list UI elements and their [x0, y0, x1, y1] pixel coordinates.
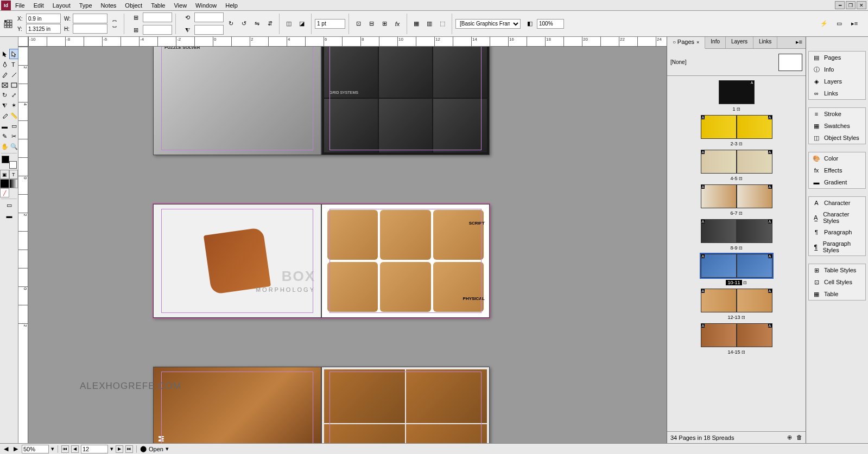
maximize-button[interactable]: ❐: [846, 1, 856, 9]
reference-point-icon[interactable]: [2, 18, 14, 30]
page-thumbnails[interactable]: A1 ⊡AA2-3 ⊡AA4-5 ⊡AA6-7 ⊡AA8-9 ⊡AA10-11 …: [667, 76, 806, 431]
gradient-tool[interactable]: ▬: [0, 121, 9, 131]
panel-paragraph[interactable]: ¶Paragraph: [809, 226, 865, 238]
menu-help[interactable]: Help: [221, 1, 242, 10]
rotate-input[interactable]: [194, 12, 224, 22]
gradient-feather-tool[interactable]: ▭: [9, 121, 18, 131]
flip-h-icon[interactable]: ⇋: [251, 18, 263, 30]
shear-input[interactable]: [194, 25, 224, 35]
fit-frame-icon[interactable]: ⊟: [365, 18, 377, 30]
page-dropdown-icon[interactable]: ▾: [110, 445, 113, 452]
page-thumb-2-3[interactable]: AA2-3 ⊡: [700, 114, 774, 146]
pen-tool[interactable]: [0, 59, 9, 69]
prev-page-button[interactable]: ◀: [71, 445, 79, 453]
page-thumb-1[interactable]: A1 ⊡: [718, 79, 756, 112]
menu-notes[interactable]: Notes: [97, 1, 121, 10]
panel-cell-styles[interactable]: ⊡Cell Styles: [809, 276, 865, 288]
apply-gradient-button[interactable]: [9, 179, 18, 188]
first-page-button[interactable]: ⏮: [61, 445, 69, 453]
page-12[interactable]: MUSEUM: [153, 367, 321, 443]
page-thumb-6-7[interactable]: AA6-7 ⊡: [700, 183, 774, 216]
page-thumb-4-5[interactable]: AA4-5 ⊡: [700, 149, 774, 181]
horizontal-ruler[interactable]: -10-8-6-4-20246810121416182022242628: [28, 37, 667, 47]
page-10[interactable]: BOX MORPHOLOGY: [153, 204, 321, 318]
select-container-icon[interactable]: ◫: [283, 18, 295, 30]
fit-content-icon[interactable]: ⊡: [352, 18, 364, 30]
spread-8-9[interactable]: PUZZLE SOLVER GRID SYSTEMS: [153, 47, 490, 155]
menu-layout[interactable]: Layout: [48, 1, 75, 10]
page-13[interactable]: [321, 367, 490, 443]
y-input[interactable]: [26, 24, 61, 34]
scroll-right-icon[interactable]: ▶: [12, 445, 20, 452]
panel-effects[interactable]: fxEffects: [809, 164, 865, 176]
free-transform-tool[interactable]: ✶: [9, 100, 18, 111]
page-field[interactable]: [81, 445, 108, 453]
none-master-thumb[interactable]: [778, 54, 802, 71]
none-master-label[interactable]: [None]: [670, 59, 775, 65]
selection-tool[interactable]: [0, 49, 9, 59]
object-style-select[interactable]: [Basic Graphics Frame]: [455, 19, 521, 29]
scale-y-input[interactable]: [143, 25, 172, 35]
zoom-field[interactable]: [22, 445, 49, 453]
fill-stroke-swatch[interactable]: [2, 156, 17, 169]
rotate-icon[interactable]: ⟲: [181, 11, 193, 23]
text-wrap-none-icon[interactable]: ▦: [410, 18, 422, 30]
menu-window[interactable]: Window: [191, 1, 221, 10]
apply-none-button[interactable]: ╱: [0, 188, 9, 197]
next-page-button[interactable]: ▶: [116, 445, 123, 453]
menu-view[interactable]: View: [169, 1, 191, 10]
preview-view-button[interactable]: ▬: [0, 210, 18, 221]
zoom-dropdown-icon[interactable]: ▾: [51, 445, 54, 452]
status-dropdown-icon[interactable]: ▾: [166, 445, 169, 452]
shear-icon[interactable]: ⧨: [181, 24, 193, 36]
scroll-left-icon[interactable]: ◀: [2, 445, 10, 452]
x-input[interactable]: [26, 14, 61, 23]
select-content-icon[interactable]: ◪: [296, 18, 308, 30]
center-content-icon[interactable]: ⊞: [378, 18, 390, 30]
layers-tab[interactable]: Layers: [726, 37, 753, 48]
scissors-tool[interactable]: ✂: [9, 131, 18, 142]
menu-type[interactable]: Type: [75, 1, 97, 10]
page-thumb-8-9[interactable]: AA8-9 ⊡: [700, 218, 774, 251]
panel-swatches[interactable]: ▦Swatches: [809, 120, 865, 132]
panel-flyout-icon[interactable]: ▸≡: [793, 37, 806, 48]
panel-table[interactable]: ▦Table: [809, 288, 865, 300]
corners-icon[interactable]: ⬚: [436, 18, 448, 30]
formatting-text-button[interactable]: T: [9, 170, 18, 179]
scale-x-icon[interactable]: ⊞: [130, 11, 142, 23]
rotate-90-cw-icon[interactable]: ↻: [225, 18, 237, 30]
h-input[interactable]: [73, 24, 107, 34]
panel-layers[interactable]: ◈Layers: [809, 75, 865, 87]
last-page-button[interactable]: ⏭: [125, 445, 133, 453]
note-tool[interactable]: ✎: [0, 131, 9, 142]
info-tab[interactable]: Info: [705, 37, 726, 48]
normal-view-button[interactable]: ▭: [0, 200, 18, 210]
page-11[interactable]: SCRIPT PHYSICAL: [321, 204, 490, 318]
eyedropper-tool[interactable]: [0, 111, 9, 121]
panel-pages[interactable]: ▤Pages: [809, 52, 865, 63]
vertical-ruler[interactable]: 240202: [18, 47, 28, 443]
panel-stroke[interactable]: ≡Stroke: [809, 108, 865, 120]
panel-info[interactable]: ⓘInfo: [809, 63, 865, 75]
constrain-proportions-icon[interactable]: [109, 18, 121, 30]
type-tool[interactable]: T: [9, 59, 18, 69]
quick-apply-icon[interactable]: ⚡: [818, 18, 830, 30]
text-wrap-bounding-icon[interactable]: ▥: [423, 18, 435, 30]
panel-character-styles[interactable]: A̲Character Styles: [809, 209, 865, 226]
ruler-origin[interactable]: [18, 37, 28, 47]
page-thumb-10-11[interactable]: AA10-11 ⊡: [700, 253, 774, 285]
scale-tool[interactable]: ⤢: [9, 90, 18, 100]
panel-gradient[interactable]: ▬Gradient: [809, 176, 865, 188]
pencil-tool[interactable]: [0, 69, 9, 80]
flip-v-icon[interactable]: ⇵: [264, 18, 276, 30]
scale-y-icon[interactable]: ⊞: [130, 24, 142, 36]
spread-12-13[interactable]: MUSEUM: [153, 367, 490, 443]
page-thumb-12-13[interactable]: AA12-13 ⊡: [700, 287, 774, 320]
document-view[interactable]: PUZZLE SOLVER GRID SYSTEMS BOX: [28, 47, 667, 443]
zoom-tool[interactable]: 🔍: [9, 142, 18, 152]
w-input[interactable]: [73, 14, 107, 23]
menu-table[interactable]: Table: [147, 1, 169, 10]
opacity-input[interactable]: [537, 19, 564, 29]
hand-tool[interactable]: ✋: [0, 142, 9, 152]
delete-page-icon[interactable]: 🗑: [796, 434, 802, 441]
